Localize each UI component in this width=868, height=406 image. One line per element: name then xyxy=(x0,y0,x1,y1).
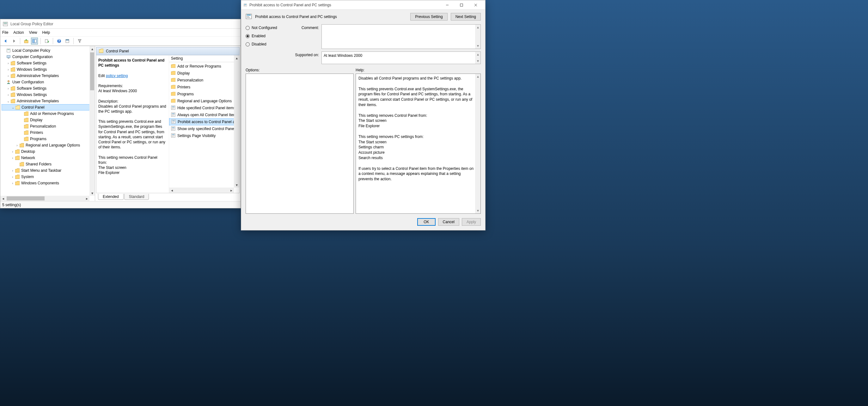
toolbar-back-icon[interactable] xyxy=(2,38,9,44)
tree-cc-software[interactable]: ›Software Settings xyxy=(2,60,95,66)
folder-icon xyxy=(10,73,16,78)
scrollbar[interactable]: ▴▾ xyxy=(475,52,480,64)
folder-icon xyxy=(171,64,176,69)
tree-desktop[interactable]: ›Desktop xyxy=(2,148,95,155)
list-item[interactable]: Settings Page Visibility xyxy=(169,132,239,139)
tree-cp-printers[interactable]: Printers xyxy=(2,129,95,136)
list-item[interactable]: Hide specified Control Panel items xyxy=(169,104,239,111)
supported-label: Supported on: xyxy=(290,52,321,64)
tree-uc-windows[interactable]: ›Windows Settings xyxy=(2,92,95,98)
tree-cc-windows[interactable]: ›Windows Settings xyxy=(2,66,95,73)
gpedit-titlebar[interactable]: Local Group Policy Editor xyxy=(0,19,241,29)
tree-uc-admin[interactable]: ⌄Administrative Templates xyxy=(2,98,95,104)
content-tabs: Extended Standard xyxy=(96,193,240,200)
menu-help[interactable]: Help xyxy=(42,30,50,35)
svg-rect-38 xyxy=(172,134,175,135)
tree-root[interactable]: Local Computer Policy xyxy=(2,47,95,54)
config-row: Not Configured Enabled Disabled Comment:… xyxy=(241,24,485,65)
tree-uc-software[interactable]: ›Software Settings xyxy=(2,85,95,92)
requirements-value: At least Windows 2000 xyxy=(98,89,137,93)
radio-disabled[interactable]: Disabled xyxy=(246,42,290,46)
tree-cc-admin[interactable]: ›Administrative Templates xyxy=(2,73,95,79)
radio-enabled[interactable]: Enabled xyxy=(246,34,290,38)
tab-standard[interactable]: Standard xyxy=(124,194,149,200)
next-setting-button[interactable]: Next Setting xyxy=(451,13,481,21)
svg-rect-23 xyxy=(172,113,175,114)
list-scrollbar-horizontal[interactable]: ◂▸ xyxy=(169,188,234,193)
scrollbar[interactable]: ▴▾ xyxy=(475,74,480,213)
svg-rect-53 xyxy=(247,17,250,18)
list-scrollbar-vertical[interactable]: ▴▾ xyxy=(234,55,239,188)
options-label: Options: xyxy=(246,68,355,72)
comment-field[interactable]: ▴▾ xyxy=(321,24,481,49)
gpedit-title: Local Group Policy Editor xyxy=(10,22,53,26)
list-item-label: Always open All Control Panel Items when… xyxy=(177,113,239,117)
toolbar-filter-icon[interactable] xyxy=(76,38,83,44)
svg-rect-29 xyxy=(172,121,175,122)
tree-cp-programs[interactable]: Programs xyxy=(2,136,95,142)
maximize-button[interactable] xyxy=(454,0,468,9)
tree-scrollbar-vertical[interactable]: ▴▾ xyxy=(89,46,95,196)
svg-rect-13 xyxy=(8,49,10,50)
list-item[interactable]: Add or Remove Programs xyxy=(169,63,239,70)
tree-start-menu[interactable]: ›Start Menu and Taskbar xyxy=(2,167,95,174)
svg-point-16 xyxy=(8,80,9,82)
menu-file[interactable]: File xyxy=(2,30,8,35)
content-header-title: Control Panel xyxy=(106,49,129,53)
list-item[interactable]: Always open All Control Panel Items when… xyxy=(169,111,239,119)
tree-windows-components[interactable]: ›Windows Components xyxy=(2,180,95,186)
tree-cp-add-remove[interactable]: Add or Remove Programs xyxy=(2,110,95,117)
dialog-titlebar[interactable]: Prohibit access to Control Panel and PC … xyxy=(241,0,485,10)
svg-rect-1 xyxy=(4,23,7,23)
svg-rect-19 xyxy=(172,107,175,108)
toolbar-export-icon[interactable] xyxy=(43,38,50,44)
close-button[interactable] xyxy=(468,0,483,9)
ok-button[interactable]: OK xyxy=(417,218,435,226)
menu-view[interactable]: View xyxy=(29,30,37,35)
tree-control-panel[interactable]: ⌄Control Panel xyxy=(2,104,95,110)
svg-rect-5 xyxy=(33,39,34,43)
radio-not-configured[interactable]: Not Configured xyxy=(246,26,290,30)
svg-rect-45 xyxy=(244,5,246,6)
toolbar-properties-icon[interactable] xyxy=(64,38,71,44)
menu-action[interactable]: Action xyxy=(13,30,24,35)
previous-setting-button[interactable]: Previous Setting xyxy=(410,13,447,21)
tree-pane[interactable]: Local Computer Policy Computer Configura… xyxy=(0,46,95,201)
list-item[interactable]: Personalization xyxy=(169,77,239,84)
options-pane xyxy=(246,74,354,214)
toolbar-help-icon[interactable]: ? xyxy=(56,38,63,44)
tree-cp-display[interactable]: Display xyxy=(2,117,95,123)
tree-computer-config[interactable]: Computer Configuration xyxy=(2,54,95,60)
toolbar-forward-icon[interactable] xyxy=(10,38,18,44)
tree-system[interactable]: ›System xyxy=(2,174,95,180)
tree-cp-regional[interactable]: ›Regional and Language Options xyxy=(2,142,95,148)
svg-rect-21 xyxy=(172,109,174,109)
list-item[interactable]: Printers xyxy=(169,84,239,91)
list-item[interactable]: Prohibit access to Control Panel and PC … xyxy=(169,119,239,125)
tree-user-config[interactable]: User Configuration xyxy=(2,79,95,85)
statusbar: 5 setting(s) xyxy=(0,201,241,208)
list-item[interactable]: Show only specified Control Panel items xyxy=(169,125,239,132)
tree-network[interactable]: ›Network xyxy=(2,155,95,161)
tree-cp-personalization[interactable]: Personalization xyxy=(2,123,95,129)
column-header-setting[interactable]: Setting xyxy=(169,55,239,62)
scrollbar[interactable]: ▴▾ xyxy=(475,25,480,48)
setting-icon xyxy=(171,133,176,139)
toolbar-show-tree-icon[interactable] xyxy=(31,38,38,44)
minimize-button[interactable] xyxy=(440,0,454,9)
tree-shared-folders[interactable]: Shared Folders xyxy=(2,161,95,167)
apply-button[interactable]: Apply xyxy=(462,218,481,226)
folder-icon xyxy=(19,143,24,148)
svg-rect-26 xyxy=(172,115,174,116)
gpedit-body: Local Computer Policy Computer Configura… xyxy=(0,46,241,201)
folder-icon xyxy=(15,180,20,185)
svg-rect-51 xyxy=(247,14,251,15)
list-item[interactable]: Regional and Language Options xyxy=(169,98,239,104)
tree-scrollbar-horizontal[interactable]: ◂▸ xyxy=(0,196,89,201)
policy-setting-link[interactable]: policy setting xyxy=(106,74,128,78)
toolbar-up-icon[interactable] xyxy=(23,38,30,44)
list-item[interactable]: Programs xyxy=(169,91,239,98)
tab-extended[interactable]: Extended xyxy=(98,194,124,200)
cancel-button[interactable]: Cancel xyxy=(438,218,459,226)
list-item[interactable]: Display xyxy=(169,70,239,77)
